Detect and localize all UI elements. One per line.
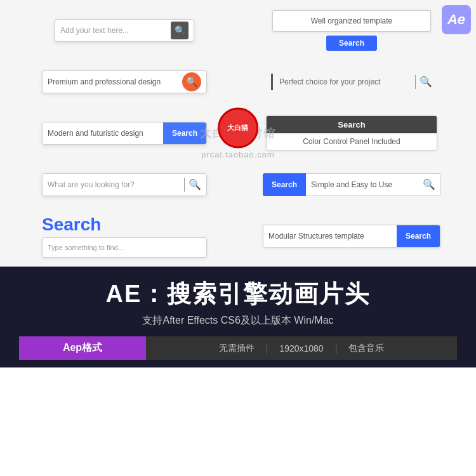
search-input-4: What are you looking for? bbox=[48, 180, 180, 189]
separator-r2 bbox=[415, 75, 416, 89]
search-icon-l4[interactable]: 🔍 bbox=[188, 178, 201, 190]
organized-label: Well organized template bbox=[272, 10, 431, 32]
search-input-r5: Modular Structures template bbox=[263, 232, 397, 241]
search-bar-separator: What are you looking for? 🔍 bbox=[42, 173, 207, 196]
search-bar-bar-left: Perfect choice for your project 🔍 bbox=[266, 70, 437, 93]
search-bar-dark-header: Search Color Control Panel Included bbox=[266, 116, 437, 150]
spec-music: 包含音乐 bbox=[348, 343, 384, 354]
search-bar-organized: Well organized template Search bbox=[272, 10, 431, 51]
search-icon-r2[interactable]: 🔍 bbox=[420, 76, 432, 88]
search-cell-r2: Perfect choice for your project 🔍 bbox=[240, 58, 463, 105]
inline-middle-text: Simple and Easy to Use bbox=[306, 173, 418, 196]
search-cell-r4: Search Simple and Easy to Use 🔍 bbox=[240, 161, 463, 208]
search-bar-modular: Modular Structures template Search bbox=[263, 225, 440, 248]
search-input-r2: Perfect choice for your project bbox=[279, 77, 411, 86]
inline-search-btn[interactable]: Search bbox=[263, 173, 306, 196]
inline-end-icon[interactable]: 🔍 bbox=[418, 173, 440, 196]
preview-area: Ae 大白猫素材馆 大白猫 prcal.taobao.com Add your … bbox=[0, 0, 476, 267]
big-title-input: Type something to find... bbox=[42, 237, 207, 258]
search-cell-l4: What are you looking for? 🔍 bbox=[13, 161, 236, 208]
search-bar-simple: Add your text here... 🔍 bbox=[55, 19, 194, 42]
search-cell-l1: Add your text here... 🔍 bbox=[13, 6, 236, 54]
blue-search-btn[interactable]: Search bbox=[163, 122, 206, 145]
dark-header-label: Search bbox=[267, 116, 437, 133]
main-title: AE：搜索引擎动画片头 bbox=[19, 278, 457, 310]
search-cell-l5: Search Type something to find... bbox=[13, 212, 236, 260]
left-bar-decoration bbox=[271, 74, 273, 90]
search-bar-big-title: Search Type something to find... bbox=[42, 215, 207, 258]
search-bar-orange: Premium and professional design 🔍 bbox=[42, 70, 207, 93]
search-cell-l2: Premium and professional design 🔍 bbox=[13, 58, 236, 105]
sub-title: 支持After Effects CS6及以上版本 Win/Mac bbox=[19, 314, 457, 327]
spec-no-plugin: 无需插件 bbox=[219, 343, 255, 354]
search-cell-r3: Search Color Control Panel Included bbox=[240, 109, 463, 157]
spec-resolution: 1920x1080 bbox=[279, 343, 323, 354]
tag-format: Aep格式 bbox=[19, 336, 146, 360]
search-input-3: Modern and futuristic design bbox=[43, 129, 163, 138]
ae-logo: Ae bbox=[442, 5, 471, 34]
tags-row: Aep格式 无需插件 | 1920x1080 | 包含音乐 bbox=[19, 336, 457, 360]
search-bar-blue: Modern and futuristic design Search bbox=[42, 122, 207, 145]
search-cell-r5: Modular Structures template Search bbox=[240, 212, 463, 260]
search-input-5: Type something to find... bbox=[48, 244, 201, 251]
search-cell-r1: Well organized template Search bbox=[240, 6, 463, 54]
search-btn-r1[interactable]: Search bbox=[326, 36, 377, 51]
search-cell-l3: Modern and futuristic design Search bbox=[13, 109, 236, 157]
tag-specs: 无需插件 | 1920x1080 | 包含音乐 bbox=[146, 336, 457, 360]
search-bar-inline: Search Simple and Easy to Use 🔍 bbox=[263, 173, 440, 196]
search-input-1: Add your text here... bbox=[60, 26, 171, 35]
orange-search-icon[interactable]: 🔍 bbox=[182, 72, 201, 91]
modular-search-btn[interactable]: Search bbox=[397, 225, 440, 248]
separator-l4 bbox=[184, 178, 185, 192]
dark-header-body: Color Control Panel Included bbox=[267, 133, 437, 150]
search-icon-btn-1[interactable]: 🔍 bbox=[171, 22, 188, 39]
big-search-title: Search bbox=[42, 215, 101, 235]
search-input-2: Premium and professional design bbox=[48, 77, 182, 86]
info-area: AE：搜索引擎动画片头 支持After Effects CS6及以上版本 Win… bbox=[0, 267, 476, 367]
